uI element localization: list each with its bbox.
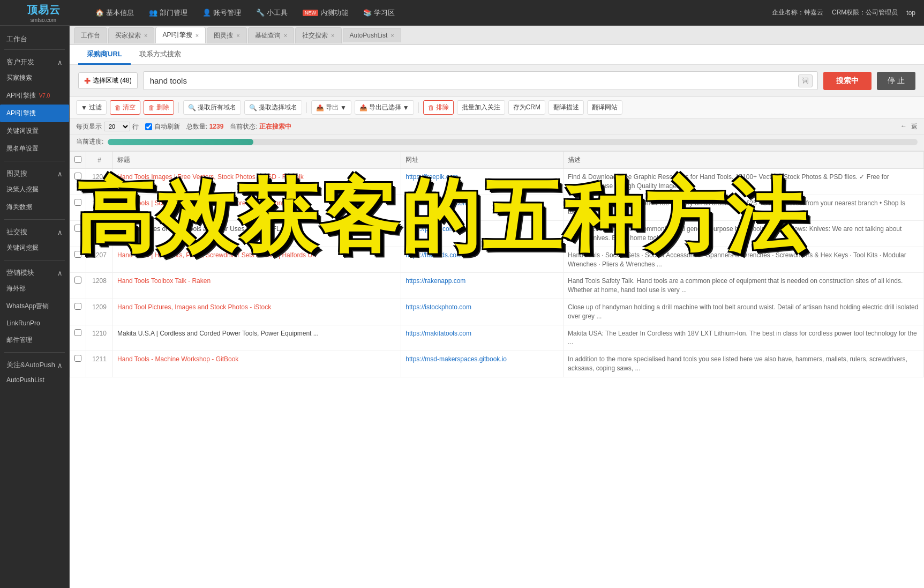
sidebar-item-whatsapp[interactable]: WhatsApp营销 <box>0 297 69 315</box>
sidebar-item-api-engine-sub[interactable]: API引擎搜 <box>0 105 69 122</box>
row-title[interactable]: Makita U.S.A | Cordless and Corded Power… <box>113 325 401 351</box>
row-url[interactable]: https://rakenapp.com <box>401 273 564 299</box>
tab-api-engine-close[interactable]: × <box>196 32 199 39</box>
auto-refresh-checkbox[interactable] <box>145 123 152 130</box>
nav-item-basic[interactable]: 🏠 基本信息 <box>89 5 140 21</box>
sidebar-item-overseas[interactable]: 海外部 <box>0 280 69 297</box>
extract-select-button[interactable]: 🔍 提取选择域名 <box>244 100 302 115</box>
row-desc: Hand Tools · Socket Sets · Socket Access… <box>564 247 924 273</box>
sidebar-item-keyword-settings[interactable]: 关键词设置 <box>0 122 69 140</box>
batch-follow-button[interactable]: 批量加入关注 <box>457 100 505 115</box>
row-url[interactable]: https://halfords.com <box>401 247 564 273</box>
row-url[interactable]: https://makitatools.com <box>401 325 564 351</box>
row-url[interactable]: https://istockphoto.com <box>401 299 564 325</box>
delete-label: 删除 <box>156 103 169 112</box>
nav-item-dept[interactable]: 👥 部门管理 <box>142 5 194 21</box>
row-title[interactable]: Hand Tools | Hammers, Pliers, Screwdrive… <box>113 247 401 273</box>
sub-tab-url[interactable]: 采购商URL <box>78 45 131 65</box>
row-title[interactable]: Hand Tools | Screwdrivers, Hammers & Mor… <box>113 195 401 221</box>
row-checkbox[interactable] <box>74 355 81 362</box>
export-selected-button[interactable]: 📤 导出已选择 ▼ <box>355 100 414 115</box>
tab-image-search-close[interactable]: × <box>236 32 239 39</box>
sidebar: 工作台 客户开发 ∧ 买家搜索 API引擎搜 V7.0 API引擎搜 关键词设置… <box>0 26 70 588</box>
row-checkbox[interactable] <box>74 329 81 336</box>
sidebar-item-buyer-search[interactable]: 买家搜索 <box>0 69 69 87</box>
delete-button[interactable]: 🗑 删除 <box>144 100 174 115</box>
sidebar-item-keyword-mining[interactable]: 关键词挖掘 <box>0 239 69 257</box>
filter-button[interactable]: ▼ 过滤 <box>76 100 107 115</box>
row-title[interactable]: Different Types of Hand Tools and their … <box>113 221 401 247</box>
row-url[interactable]: https://msd-makerspaces.gitbook.io <box>401 351 564 377</box>
filter-label: 过滤 <box>89 103 102 112</box>
save-crm-button[interactable]: 存为CRM <box>508 100 545 115</box>
th-url: 网址 <box>401 152 564 169</box>
sidebar-social-search: 社交搜 ∧ <box>0 223 69 239</box>
sidebar-item-linkrunpro[interactable]: LinkRunPro <box>0 315 69 331</box>
sub-tab-contact[interactable]: 联系方式搜索 <box>131 45 190 65</box>
sidebar-item-customs[interactable]: 海关数据 <box>0 198 69 216</box>
progress-track <box>108 139 918 145</box>
nav-right-label[interactable]: 返 <box>911 122 918 131</box>
row-title[interactable]: Hand Tools Toolbox Talk - Raken <box>113 273 401 299</box>
row-title[interactable]: Hand Tool Pictures, Images and Stock Pho… <box>113 299 401 325</box>
row-title[interactable]: Hand Tools - Machine Workshop - GitBook <box>113 351 401 377</box>
api-version-badge: V7.0 <box>39 93 50 99</box>
export-button[interactable]: 📤 导出 ▼ <box>311 100 351 115</box>
table-row: 1206 Different Types of Hand Tools and t… <box>70 221 924 247</box>
row-checkbox[interactable] <box>74 303 81 310</box>
th-checkbox <box>70 152 86 169</box>
per-page-label: 每页显示 20 50 100 行 <box>76 122 139 131</box>
tab-basic-query[interactable]: 基础查询 × <box>248 27 294 43</box>
sidebar-autopush: 关注&AutoPush ∧ <box>0 356 69 372</box>
row-checkbox[interactable] <box>74 173 81 180</box>
row-checkbox[interactable] <box>74 277 81 284</box>
tab-api-engine[interactable]: API引擎搜 × <box>155 27 206 43</box>
translate-web-button[interactable]: 翻译网站 <box>587 100 622 115</box>
translate-desc-button[interactable]: 翻译描述 <box>549 100 584 115</box>
status-bar: 每页显示 20 50 100 行 自动刷新 总数量: 1239 当前状态: 正在… <box>70 118 924 135</box>
tab-autopushlist-close[interactable]: × <box>390 32 394 39</box>
sidebar-item-email[interactable]: 邮件管理 <box>0 331 69 349</box>
tab-social-search[interactable]: 社交搜索 × <box>295 27 341 43</box>
table-body: 1204 Hand Tools Images | Free Vectors, S… <box>70 169 924 377</box>
tab-image-search[interactable]: 图灵搜 × <box>207 27 246 43</box>
remove-button[interactable]: 🗑 排除 <box>423 100 454 115</box>
select-all-checkbox[interactable] <box>74 156 81 163</box>
stop-button[interactable]: 停 止 <box>877 72 915 90</box>
translate-desc-label: 翻译描述 <box>553 103 579 112</box>
tab-workbench[interactable]: 工作台 <box>74 27 107 43</box>
sidebar-item-decision-maker[interactable]: 决策人挖掘 <box>0 181 69 198</box>
search-button[interactable]: 搜索中 <box>823 72 872 90</box>
tab-autopushlist[interactable]: AutoPushList × <box>343 28 401 42</box>
per-page-select[interactable]: 20 50 100 <box>104 122 130 131</box>
main-layout: 工作台 客户开发 ∧ 买家搜索 API引擎搜 V7.0 API引擎搜 关键词设置… <box>0 26 924 588</box>
sidebar-item-autopushlist[interactable]: AutoPushList <box>0 372 69 388</box>
row-url[interactable]: https://patch.com <box>401 221 564 247</box>
nav-item-learn[interactable]: 📚 学习区 <box>357 5 401 21</box>
row-num: 1205 <box>86 195 113 221</box>
row-url[interactable]: https://freepik.com <box>401 169 564 195</box>
row-checkbox[interactable] <box>74 199 81 206</box>
sidebar-item-api-engine[interactable]: API引擎搜 V7.0 <box>0 87 69 105</box>
region-select-button[interactable]: ✚ 选择区域 (48) <box>78 72 138 89</box>
row-checkbox[interactable] <box>74 251 81 258</box>
nav-item-tools[interactable]: 🔧 小工具 <box>250 5 294 21</box>
row-num: 1204 <box>86 169 113 195</box>
tab-buyer-search[interactable]: 买家搜索 × <box>108 27 154 43</box>
tab-image-search-label: 图灵搜 <box>214 31 233 40</box>
row-checkbox[interactable] <box>74 225 81 232</box>
nav-left-icon[interactable]: ← <box>900 122 907 131</box>
row-url[interactable]: https://toolstation.com <box>401 195 564 221</box>
tab-buyer-search-close[interactable]: × <box>144 32 147 39</box>
clear-button[interactable]: 🗑 清空 <box>110 100 140 115</box>
nav-item-beta[interactable]: NEW 内测功能 <box>296 5 355 21</box>
table-row: 1208 Hand Tools Toolbox Talk - Raken htt… <box>70 273 924 299</box>
sidebar-item-blacklist[interactable]: 黑名单设置 <box>0 140 69 158</box>
search-input[interactable] <box>143 71 818 90</box>
tab-social-search-close[interactable]: × <box>331 32 334 39</box>
extract-all-button[interactable]: 🔍 提取所有域名 <box>183 100 241 115</box>
nav-item-account[interactable]: 👤 账号管理 <box>196 5 247 21</box>
row-title[interactable]: Hand Tools Images | Free Vectors, Stock … <box>113 169 401 195</box>
progress-label: 当前进度: <box>76 137 103 146</box>
tab-basic-query-close[interactable]: × <box>284 32 287 39</box>
